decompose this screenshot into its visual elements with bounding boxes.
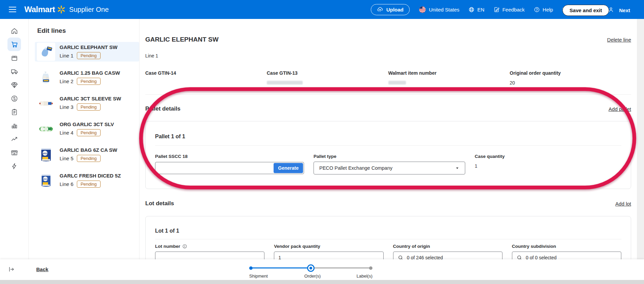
add-pallet-link[interactable]: Add pallet — [608, 106, 631, 112]
app-window: Walmart Supplier One Upload United State… — [0, 0, 644, 284]
vendor-pack-input[interactable] — [274, 252, 383, 259]
pallet-type-select[interactable]: PECO Pallet Exchange Company — [314, 162, 465, 174]
product-thumbnail — [37, 120, 55, 138]
card-divider — [155, 239, 621, 239]
help-button[interactable]: Help — [534, 6, 553, 13]
line-number: Line 1 — [60, 53, 73, 58]
field-original-qty: Original order quantity 20 — [510, 70, 631, 86]
feedback-icon — [493, 6, 500, 13]
window-bottom-strip — [0, 280, 644, 284]
upload-cloud-icon — [377, 6, 383, 13]
pallet-type-value: PECO Pallet Exchange Company — [319, 165, 392, 171]
product-name: GARLIC ELEPHANT SW — [60, 44, 117, 50]
search-icon — [398, 255, 404, 260]
lot-details-title: Lot details — [145, 200, 174, 207]
nav-payments-icon[interactable] — [7, 92, 21, 105]
main-content: GARLIC ELEPHANT SW Delete line Line 1 Ca… — [139, 19, 637, 259]
product-name: GARLIC 1.25 BAG CASW — [60, 70, 120, 76]
country-selector[interactable]: United States — [418, 6, 459, 14]
nav-diamond-icon[interactable] — [7, 78, 21, 92]
step-line-complete — [251, 267, 313, 268]
line-item-2[interactable]: GARLIC 1.25 BAG CASW Line 2Pending — [35, 68, 139, 87]
product-thumbnail — [37, 68, 55, 87]
product-name: GARLIC BAG 6Z CA SW — [60, 147, 117, 153]
icon-rail — [0, 19, 29, 259]
nav-bar-chart-icon[interactable] — [7, 119, 21, 132]
product-name: ORG GARLIC 3CT SLV — [60, 121, 114, 127]
nav-orders-cart-icon[interactable] — [7, 38, 21, 51]
lot-card-title: Lot 1 of 1 — [155, 228, 621, 234]
progress-stepper: Shipment Order(s) Label(s) — [249, 266, 372, 279]
step-label-shipment: Shipment — [249, 274, 268, 279]
country-subdivision-value: 0 of 0 selected — [526, 255, 557, 259]
step-dot-shipment[interactable] — [249, 266, 253, 270]
line-item-4[interactable]: ORG GARLIC 3CT SLV Line 4Pending — [35, 119, 139, 139]
nav-trend-up-icon[interactable] — [7, 132, 21, 146]
upload-button[interactable]: Upload — [371, 4, 410, 15]
us-flag-icon — [418, 6, 426, 14]
nav-lightning-icon[interactable] — [7, 159, 21, 173]
generate-button[interactable]: Generate — [274, 163, 303, 173]
country-origin-select[interactable]: 0 of 246 selected — [393, 252, 502, 259]
redacted-value — [267, 81, 303, 85]
pallet-card: Pallet 1 of 1 Pallet SSCC 18 Generate Pa… — [145, 121, 631, 189]
scrollbar[interactable] — [637, 19, 644, 259]
field-case-gtin13: Case GTIN-13 — [267, 70, 388, 86]
section-divider — [145, 94, 631, 95]
country-subdivision-select[interactable]: 0 of 0 selected — [512, 252, 621, 259]
edit-lines-panel: Edit lines GARLIC ELEPHANT SW Line 1Pend… — [29, 19, 139, 259]
info-icon — [182, 244, 187, 249]
back-link[interactable]: Back — [36, 266, 48, 272]
lot-card: Lot 1 of 1 Lot number Vendor pack quanti… — [145, 216, 631, 259]
country-origin-value: 0 of 246 selected — [407, 255, 443, 259]
step-line-upcoming — [313, 267, 371, 268]
language-selector[interactable]: EN — [468, 6, 485, 13]
status-badge: Pending — [77, 78, 101, 85]
svg-text:SPICE: SPICE — [42, 152, 48, 155]
product-thumbnail — [37, 94, 55, 112]
line-number: Line 6 — [60, 181, 73, 187]
collapse-sidebar-icon[interactable] — [8, 266, 15, 274]
nav-clipboard-icon[interactable] — [7, 105, 21, 119]
product-thumbnail: SPICE — [37, 171, 55, 189]
help-icon — [534, 6, 540, 13]
line-number: Line 2 — [60, 78, 73, 84]
card-divider — [155, 145, 621, 146]
pallet-details-title: Pallet details — [145, 105, 180, 112]
nav-home-icon[interactable] — [7, 24, 21, 38]
line-item-3[interactable]: GARLIC 3CT SLEEVE SW Line 3Pending — [35, 93, 139, 113]
case-quantity-field: Case quantity 1 — [475, 153, 505, 174]
country-subdivision-field: Country subdivision 0 of 0 selected — [512, 243, 621, 259]
nav-store-icon[interactable] — [7, 146, 21, 159]
step-dot-orders[interactable] — [307, 264, 315, 272]
vendor-pack-field: Vendor pack quantity — [274, 243, 383, 259]
line-number: Line 5 — [60, 156, 73, 161]
country-origin-field: Country of origin 0 of 246 selected — [393, 243, 502, 259]
lot-number-input[interactable] — [155, 252, 264, 259]
pallet-type-field: Pallet type PECO Pallet Exchange Company — [314, 153, 465, 174]
step-label-orders: Order(s) — [301, 274, 324, 279]
line-item-6[interactable]: SPICE GARLC FRESH DICED 5Z Line 6Pending — [35, 170, 139, 190]
line-label: Line 1 — [145, 53, 631, 58]
add-lot-link[interactable]: Add lot — [615, 201, 631, 207]
line-item-5[interactable]: SPICE GARLIC BAG 6Z CA SW Line 5Pending — [35, 145, 139, 164]
save-and-exit-button[interactable]: Save and exit — [562, 5, 609, 16]
delete-line-link[interactable]: Delete line — [607, 37, 631, 43]
nav-package-icon[interactable] — [7, 51, 21, 65]
product-name: GARLC FRESH DICED 5Z — [60, 173, 121, 179]
line-item-1[interactable]: GARLIC ELEPHANT SW Line 1Pending — [35, 42, 139, 62]
menu-icon[interactable] — [9, 7, 16, 12]
step-label-labels: Label(s) — [357, 274, 372, 279]
svg-text:SPICE: SPICE — [43, 178, 48, 180]
next-button[interactable]: Next — [613, 5, 636, 16]
app-name: Supplier One — [69, 6, 109, 14]
page-title: GARLIC ELEPHANT SW — [145, 36, 218, 43]
panel-title: Edit lines — [37, 27, 139, 34]
feedback-button[interactable]: Feedback — [493, 6, 525, 13]
walmart-spark-icon — [57, 5, 66, 14]
status-badge: Pending — [77, 129, 101, 136]
line-list: GARLIC ELEPHANT SW Line 1Pending GARLIC … — [37, 42, 139, 190]
search-icon — [516, 255, 523, 260]
step-dot-labels[interactable] — [369, 266, 372, 270]
nav-truck-icon[interactable] — [7, 65, 21, 78]
